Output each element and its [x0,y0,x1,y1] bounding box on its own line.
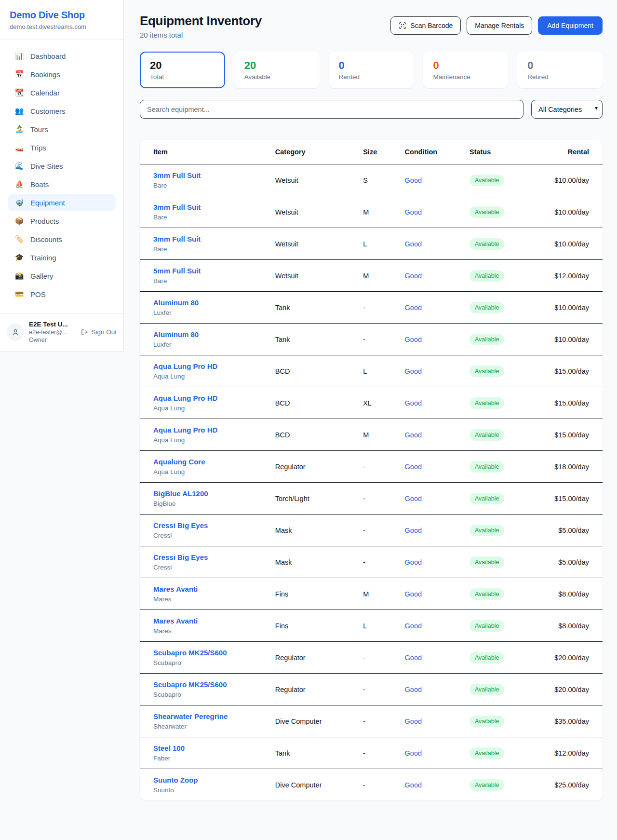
sidebar-item-gallery[interactable]: 📸Gallery [8,267,116,285]
condition-link[interactable]: Good [405,654,422,662]
add-equipment-button[interactable]: Add Equipment [538,16,603,35]
item-link[interactable]: Shearwater Peregrine [153,712,264,720]
table-row: Cressi Big EyesCressiMask-GoodAvailable$… [140,515,603,546]
tag-icon: 🏷️ [14,235,24,244]
item-category: Wetsuit [269,196,357,228]
condition-link[interactable]: Good [405,622,422,630]
condition-link[interactable]: Good [405,431,422,439]
sidebar-item-dive-sites[interactable]: 🌊Dive Sites [8,157,116,175]
item-link[interactable]: Scubapro MK25/S600 [153,649,264,657]
item-brand: Suunto [153,786,264,794]
condition-link[interactable]: Good [405,686,422,693]
item-link[interactable]: Aqualung Core [153,458,264,466]
stat-card-rented[interactable]: 0Rented [329,52,414,88]
condition-link[interactable]: Good [405,399,422,407]
user-meta: E2E Test U... e2e-tester@... Owner [29,321,76,343]
sidebar-item-label: Discounts [30,235,62,244]
status-badge: Available [469,652,505,664]
item-category: Dive Computer [269,705,357,737]
condition-link[interactable]: Good [405,781,422,789]
sidebar-item-products[interactable]: 📦Products [8,212,116,230]
item-category: Regulator [269,674,357,705]
sailboat-icon: ⛵ [14,180,24,189]
condition-link[interactable]: Good [405,463,422,471]
condition-link[interactable]: Good [405,208,422,216]
table-row: Shearwater PeregrineShearwaterDive Compu… [140,705,603,737]
table-row: Aluminum 80LuxferTank-GoodAvailable$10.0… [140,324,603,355]
sidebar-item-tours[interactable]: 🏝️Tours [8,121,116,138]
sidebar-item-training[interactable]: 🎓Training [8,249,116,266]
equipment-table-card: ItemCategorySizeConditionStatusRental 3m… [140,140,603,800]
condition-link[interactable]: Good [405,272,422,280]
item-link[interactable]: Suunto Zoop [153,776,264,784]
item-link[interactable]: Aqua Lung Pro HD [153,394,264,402]
stat-card-total[interactable]: 20Total [140,52,225,88]
condition-link[interactable]: Good [405,718,422,725]
rental-price: $18.00/day [538,451,603,483]
condition-link[interactable]: Good [405,240,422,248]
item-link[interactable]: Steel 100 [153,744,264,752]
credit-card-icon: 💳 [14,290,24,298]
sidebar-item-bookings[interactable]: 📅Bookings [8,66,116,83]
item-link[interactable]: 3mm Full Suit [153,203,264,211]
manage-rentals-button[interactable]: Manage Rentals [467,16,532,35]
sidebar-item-dashboard[interactable]: 📊Dashboard [8,47,116,65]
condition-link[interactable]: Good [405,304,422,312]
item-size: - [357,483,399,515]
stat-card-retired[interactable]: 0Retired [517,52,603,88]
rental-price: $10.00/day [538,292,603,324]
stat-card-available[interactable]: 20Available [234,52,320,88]
condition-link[interactable]: Good [405,749,422,757]
item-link[interactable]: Aqua Lung Pro HD [153,362,264,370]
category-filter[interactable]: All Categories [531,100,603,119]
stat-card-maintenance[interactable]: 0Maintenance [423,52,508,88]
condition-link[interactable]: Good [405,176,422,184]
item-size: M [357,260,399,292]
stat-value: 0 [527,59,592,72]
item-link[interactable]: Mares Avanti [153,617,264,625]
condition-link[interactable]: Good [405,336,422,343]
item-category: Fins [269,610,357,642]
status-badge: Available [469,366,505,377]
item-link[interactable]: Cressi Big Eyes [153,553,264,561]
search-input[interactable] [140,100,523,119]
scan-barcode-button[interactable]: Scan Barcode [390,16,461,35]
sidebar-item-equipment[interactable]: 🤿Equipment [8,194,116,211]
item-link[interactable]: Scubapro MK25/S600 [153,680,264,689]
table-row: Mares AvantiMaresFinsMGoodAvailable$8.00… [140,578,603,610]
item-link[interactable]: Mares Avanti [153,585,264,593]
condition-link[interactable]: Good [405,590,422,598]
sidebar-item-calendar[interactable]: 📆Calendar [8,84,116,101]
item-link[interactable]: Aqua Lung Pro HD [153,426,264,434]
table-row: Scubapro MK25/S600ScubaproRegulator-Good… [140,642,603,674]
item-link[interactable]: Aluminum 80 [153,298,264,307]
rental-price: $35.00/day [538,705,603,737]
item-link[interactable]: 5mm Full Suit [153,267,264,275]
sidebar-item-boats[interactable]: ⛵Boats [8,176,116,193]
item-link[interactable]: 3mm Full Suit [153,171,264,179]
sign-out-button[interactable]: Sign Out [81,328,117,336]
sidebar-item-label: Training [30,254,56,262]
item-link[interactable]: BigBlue AL1200 [153,489,264,498]
category-filter-wrap: All Categories ▾ [531,100,603,119]
item-category: Dive Computer [269,769,357,801]
shop-name[interactable]: Demo Dive Shop [10,10,114,21]
title-block: Equipment Inventory 20 items total [140,14,262,39]
condition-link[interactable]: Good [405,558,422,566]
rental-price: $25.00/day [538,769,603,801]
item-link[interactable]: Cressi Big Eyes [153,521,264,529]
sidebar-item-discounts[interactable]: 🏷️Discounts [8,230,116,248]
item-link[interactable]: Aluminum 80 [153,330,264,339]
status-badge: Available [469,397,505,409]
item-link[interactable]: 3mm Full Suit [153,235,264,243]
item-size: - [357,546,399,578]
item-brand: Shearwater [153,723,264,730]
sidebar-item-pos[interactable]: 💳POS [8,285,116,303]
sidebar-item-trips[interactable]: 🚤Trips [8,139,116,156]
condition-link[interactable]: Good [405,527,422,534]
item-size: M [357,578,399,610]
sidebar-item-customers[interactable]: 👥Customers [8,102,116,120]
item-category: Wetsuit [269,164,357,196]
condition-link[interactable]: Good [405,367,422,375]
condition-link[interactable]: Good [405,495,422,502]
